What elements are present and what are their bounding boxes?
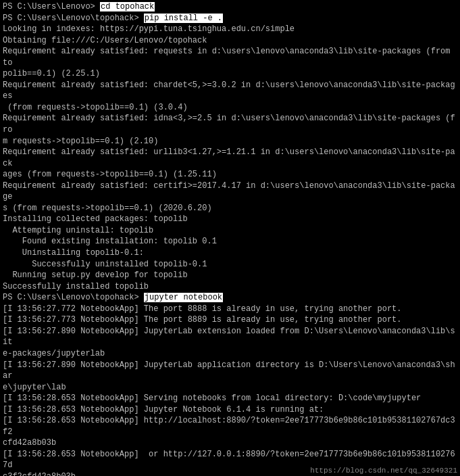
terminal-line: polib==0.1) (2.25.1) — [3, 68, 457, 80]
terminal-line: Running setup.py develop for topolib — [3, 270, 457, 281]
terminal-line: [I 13:56:28.653 NotebookApp] Serving not… — [3, 393, 457, 404]
terminal-window: PS C:\Users\Lenovo> cd topohackPS C:\Use… — [0, 0, 460, 476]
terminal-line: Looking in indexes: https://pypi.tuna.ts… — [3, 24, 457, 35]
terminal-line: Requirement already satisfied: urllib3<1… — [3, 147, 457, 169]
terminal-line: Successfully installed topolib — [3, 281, 457, 293]
prompt-text: PS C:\Users\Lenovo> — [3, 2, 100, 11]
terminal-line: ages (from requests->topolib==0.1) (1.25… — [3, 169, 457, 181]
terminal-line: [I 13:56:28.653 NotebookApp] Jupyter Not… — [3, 404, 457, 416]
terminal-line: [I 13:56:27.772 NotebookApp] The port 88… — [3, 304, 457, 315]
watermark: https://blog.csdn.net/qq_32649321 — [310, 467, 457, 475]
terminal-line: s (from requests->topolib==0.1) (2020.6.… — [3, 203, 457, 214]
terminal-line: e\jupyter\lab — [3, 382, 457, 394]
prompt-text: PS C:\Users\Lenovo\topohack> — [3, 293, 144, 302]
terminal-line: PS C:\Users\Lenovo\topohack> jupyter not… — [3, 292, 457, 304]
terminal-line: PS C:\Users\Lenovo> cd topohack — [3, 1, 457, 13]
terminal-line: Requirement already satisfied: chardet<5… — [3, 80, 457, 102]
terminal-line: Requirement already satisfied: idna<3,>=… — [3, 113, 457, 135]
command-highlight: cd topohack — [100, 2, 155, 11]
terminal-line: cfd42a8b03b — [3, 437, 457, 449]
terminal-line: e-packages/jupyterlab — [3, 348, 457, 360]
terminal-line: Successfully uninstalled topolib-0.1 — [3, 259, 457, 270]
terminal-line: Installing collected packages: topolib — [3, 214, 457, 225]
terminal-line: Requirement already satisfied: certifi>=… — [3, 181, 457, 203]
terminal-line: Attempting uninstall: topolib — [3, 225, 457, 237]
terminal-line: Obtaining file:///C:/Users/Lenovo/topoha… — [3, 35, 457, 47]
jupyter-highlight: jupyter notebook — [144, 293, 223, 302]
terminal-line: m requests->topolib==0.1) (2.10) — [3, 136, 457, 147]
terminal-line: PS C:\Users\Lenovo\topohack> pip install… — [3, 13, 457, 24]
command-highlight: pip install -e . — [144, 14, 223, 23]
terminal-line: [I 13:56:27.890 NotebookApp] JupyterLab … — [3, 326, 457, 348]
terminal-line: [I 13:56:27.890 NotebookApp] JupyterLab … — [3, 360, 457, 382]
terminal-line: (from requests->topolib==0.1) (3.0.4) — [3, 102, 457, 114]
terminal-line: Found existing installation: topolib 0.1 — [3, 236, 457, 247]
terminal-line: Requirement already satisfied: requests … — [3, 46, 457, 68]
terminal-line: [I 13:56:28.653 NotebookApp] http://loca… — [3, 415, 457, 437]
terminal-line: Uninstalling topolib-0.1: — [3, 247, 457, 259]
prompt-text: PS C:\Users\Lenovo\topohack> — [3, 14, 144, 23]
terminal-line: [I 13:56:27.773 NotebookApp] The port 88… — [3, 314, 457, 326]
